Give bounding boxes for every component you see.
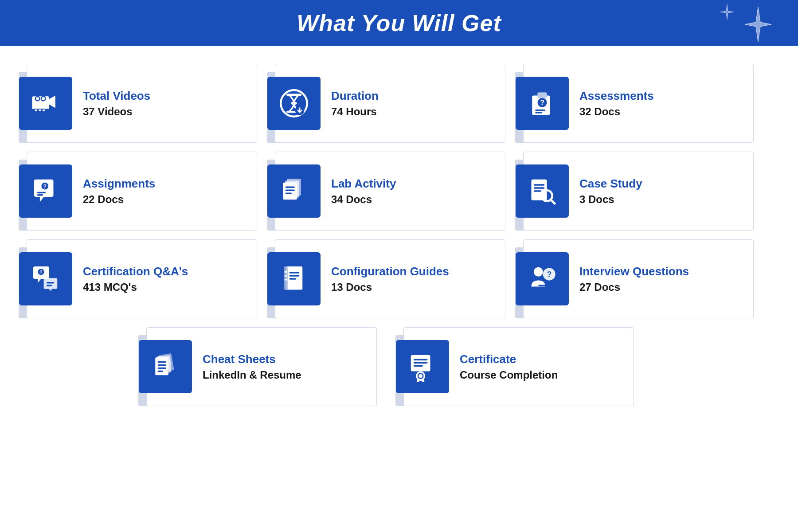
case-study-title: Case Study <box>579 177 741 191</box>
cert-qa-icon-box: ? <box>19 252 72 305</box>
svg-rect-62 <box>155 357 168 375</box>
svg-rect-53 <box>289 275 300 277</box>
svg-rect-70 <box>414 365 423 367</box>
card-wrapper-lab-activity: Lab Activity 34 Docs <box>275 152 505 231</box>
row-4: Cheat Sheets LinkedIn & Resume <box>27 327 771 406</box>
svg-rect-52 <box>289 272 300 274</box>
cheatsheet-icon <box>150 351 181 382</box>
video-icon <box>30 88 61 119</box>
main-content: Total Videos 37 Videos <box>0 46 798 437</box>
duration-title: Duration <box>331 89 493 103</box>
total-videos-value: 37 Videos <box>83 106 244 118</box>
total-videos-icon-box <box>19 77 72 130</box>
card-total-videos: Total Videos 37 Videos <box>27 64 257 143</box>
assessments-value: 32 Docs <box>579 106 741 118</box>
cheat-sheets-icon-box <box>139 340 192 393</box>
card-assessments: ? Assessments 32 Docs <box>523 64 754 143</box>
card-assignments: ? Assignments 22 Docs <box>27 152 257 231</box>
svg-point-15 <box>291 102 297 105</box>
card-wrapper-cheat-sheets: Cheat Sheets LinkedIn & Resume <box>146 327 377 406</box>
row-2: ? Assignments 22 Docs <box>27 152 771 231</box>
svg-rect-24 <box>535 112 542 113</box>
svg-rect-50 <box>285 275 287 277</box>
svg-rect-33 <box>286 190 295 192</box>
card-text-assessments: Assessments 32 Docs <box>579 89 741 118</box>
svg-rect-34 <box>286 193 292 195</box>
card-certificate: Certificate Course Completion <box>403 327 634 406</box>
config-icon <box>278 263 309 294</box>
assignments-title: Assignments <box>83 177 244 191</box>
config-guides-value: 13 Docs <box>331 281 493 293</box>
certificate-icon-box <box>396 340 449 393</box>
svg-rect-64 <box>158 364 166 366</box>
clock-icon <box>278 88 309 119</box>
assessments-icon-box: ? <box>516 77 569 130</box>
assignments-icon-box: ? <box>19 164 72 218</box>
certificate-icon <box>407 351 438 382</box>
card-lab-activity: Lab Activity 34 Docs <box>275 152 505 231</box>
card-duration: Duration 74 Hours <box>275 64 505 143</box>
card-wrapper-assignments: ? Assignments 22 Docs <box>27 152 257 231</box>
card-wrapper-total-videos: Total Videos 37 Videos <box>27 64 257 143</box>
card-text-assignments: Assignments 22 Docs <box>83 177 244 206</box>
lab-icon <box>278 176 309 207</box>
card-interview-questions: ? Interview Questions 27 Docs <box>523 239 754 318</box>
assignments-value: 22 Docs <box>83 193 244 206</box>
certificate-title: Certificate <box>460 352 621 366</box>
svg-rect-51 <box>285 279 287 281</box>
total-videos-title: Total Videos <box>83 89 244 103</box>
svg-text:?: ? <box>39 270 42 275</box>
svg-rect-9 <box>35 110 37 111</box>
svg-rect-59 <box>538 287 544 289</box>
svg-rect-58 <box>538 285 546 286</box>
svg-rect-23 <box>535 110 545 111</box>
page-title: What You Will Get <box>18 10 780 36</box>
card-wrapper-case-study: Case Study 3 Docs <box>523 152 754 231</box>
assignment-icon: ? <box>30 176 61 207</box>
card-cheat-sheets: Cheat Sheets LinkedIn & Resume <box>146 327 377 406</box>
svg-rect-65 <box>158 368 166 369</box>
cheat-sheets-value: LinkedIn & Resume <box>203 369 364 381</box>
svg-marker-74 <box>416 379 425 382</box>
svg-rect-27 <box>37 192 46 194</box>
row-1: Total Videos 37 Videos <box>27 64 771 143</box>
card-text-config-guides: Configuration Guides 13 Docs <box>331 265 493 293</box>
svg-rect-49 <box>285 271 287 273</box>
assessment-icon: ? <box>527 88 558 119</box>
svg-rect-32 <box>286 187 295 188</box>
config-guides-title: Configuration Guides <box>331 265 493 278</box>
lab-activity-icon-box <box>267 164 321 218</box>
svg-point-55 <box>534 267 543 277</box>
card-cert-qa: ? Certification Q&A's 413 MCQ's <box>27 239 257 318</box>
card-wrapper-assessments: ? Assessments 32 Docs <box>523 64 754 143</box>
svg-rect-2 <box>32 96 49 110</box>
card-text-interview-questions: Interview Questions 27 Docs <box>579 265 741 293</box>
svg-point-73 <box>419 374 422 378</box>
svg-rect-37 <box>534 187 545 189</box>
svg-rect-38 <box>534 190 542 192</box>
svg-text:?: ? <box>540 99 544 106</box>
lab-activity-title: Lab Activity <box>331 177 493 191</box>
interview-icon: ? <box>527 263 558 294</box>
svg-rect-63 <box>158 361 166 363</box>
case-study-value: 3 Docs <box>579 193 741 206</box>
svg-rect-44 <box>47 282 55 284</box>
certqa-icon: ? <box>30 263 61 294</box>
svg-text:?: ? <box>547 270 552 279</box>
row-3: ? Certification Q&A's 413 MCQ's <box>27 239 771 318</box>
card-text-lab-activity: Lab Activity 34 Docs <box>331 177 493 206</box>
cert-qa-value: 413 MCQ's <box>83 281 244 293</box>
interview-questions-value: 27 Docs <box>579 281 741 293</box>
casestudy-icon <box>527 176 558 207</box>
card-case-study: Case Study 3 Docs <box>523 152 754 231</box>
card-wrapper-duration: Duration 74 Hours <box>275 64 505 143</box>
svg-point-4 <box>36 97 39 100</box>
card-wrapper-interview-questions: ? Interview Questions 27 Docs <box>523 239 754 318</box>
svg-marker-7 <box>49 96 55 108</box>
svg-line-41 <box>551 200 555 203</box>
cheat-sheets-title: Cheat Sheets <box>203 352 364 366</box>
svg-rect-66 <box>158 371 163 372</box>
card-text-total-videos: Total Videos 37 Videos <box>83 89 244 118</box>
card-text-cheat-sheets: Cheat Sheets LinkedIn & Resume <box>203 352 364 381</box>
cert-qa-title: Certification Q&A's <box>83 265 244 278</box>
